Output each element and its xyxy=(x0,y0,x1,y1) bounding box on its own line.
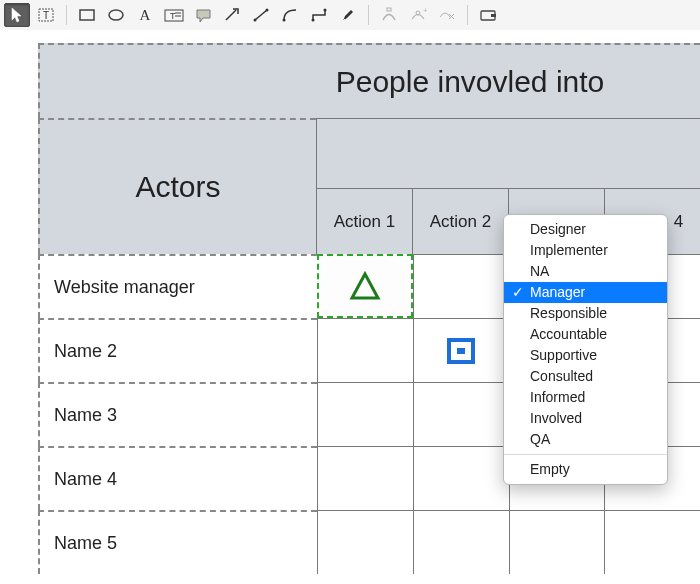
svg-rect-16 xyxy=(387,8,391,11)
comment-tool[interactable] xyxy=(190,3,216,27)
actor-name-cell[interactable]: Name 3 xyxy=(38,382,317,446)
actors-header[interactable]: Actors xyxy=(38,118,316,254)
table-row: Name 5 xyxy=(38,510,700,574)
square-icon xyxy=(444,336,478,366)
actor-name-cell[interactable]: Name 5 xyxy=(38,510,317,574)
arrow-tool[interactable] xyxy=(219,3,245,27)
table-title[interactable]: People invovled into xyxy=(38,43,700,118)
actor-name-cell[interactable]: Name 4 xyxy=(38,446,317,510)
svg-text:T: T xyxy=(43,10,49,21)
svg-text:A: A xyxy=(140,7,151,23)
dropdown-item[interactable]: Informed xyxy=(504,387,667,408)
svg-rect-2 xyxy=(80,10,94,20)
data-cell[interactable] xyxy=(413,446,509,510)
data-cell[interactable] xyxy=(604,510,700,574)
data-cell[interactable] xyxy=(413,318,509,382)
ellipse-tool[interactable] xyxy=(103,3,129,27)
separator xyxy=(66,5,67,25)
data-cell[interactable] xyxy=(413,382,509,446)
svg-rect-22 xyxy=(491,14,496,17)
rectangle-tool[interactable] xyxy=(74,3,100,27)
dropdown-item[interactable]: Involved xyxy=(504,408,667,429)
dropdown-item[interactable]: Consulted xyxy=(504,366,667,387)
svg-line-10 xyxy=(255,10,267,20)
separator xyxy=(368,5,369,25)
data-cell[interactable] xyxy=(509,510,605,574)
curve-tool[interactable] xyxy=(277,3,303,27)
svg-point-11 xyxy=(254,19,257,22)
node-remove-tool xyxy=(434,3,460,27)
role-dropdown[interactable]: Designer Implementer NA Manager Responsi… xyxy=(503,214,668,485)
node-add-tool: + xyxy=(405,3,431,27)
data-cell[interactable] xyxy=(413,254,509,318)
connector-tool[interactable] xyxy=(306,3,332,27)
dropdown-item[interactable]: Implementer xyxy=(504,240,667,261)
actor-name-cell[interactable]: Website manager xyxy=(38,254,317,318)
dropdown-item-empty[interactable]: Empty xyxy=(504,459,667,480)
wallet-tool[interactable] xyxy=(475,3,501,27)
svg-line-9 xyxy=(226,10,236,20)
text-select-tool[interactable]: T xyxy=(33,3,59,27)
text-box-tool[interactable]: T xyxy=(161,3,187,27)
dropdown-item[interactable]: Responsible xyxy=(504,303,667,324)
svg-point-14 xyxy=(312,19,315,22)
svg-point-15 xyxy=(324,9,327,12)
dropdown-item[interactable]: Supportive xyxy=(504,345,667,366)
svg-point-3 xyxy=(109,10,123,20)
toolbar: T A T + xyxy=(0,0,700,30)
dropdown-item[interactable]: QA xyxy=(504,429,667,450)
svg-point-12 xyxy=(266,9,269,12)
action-header-1[interactable]: Action 1 xyxy=(316,188,412,254)
dropdown-item[interactable]: Accountable xyxy=(504,324,667,345)
triangle-icon xyxy=(348,270,382,302)
data-cell[interactable] xyxy=(317,318,413,382)
svg-point-13 xyxy=(283,19,286,22)
data-cell[interactable] xyxy=(317,254,413,318)
dropdown-item[interactable]: NA xyxy=(504,261,667,282)
svg-rect-24 xyxy=(457,348,465,354)
actor-name-cell[interactable]: Name 2 xyxy=(38,318,317,382)
svg-text:+: + xyxy=(423,7,427,15)
line-tool[interactable] xyxy=(248,3,274,27)
bezier-tool xyxy=(376,3,402,27)
dropdown-item[interactable]: Designer xyxy=(504,219,667,240)
separator xyxy=(467,5,468,25)
text-tool[interactable]: A xyxy=(132,3,158,27)
data-cell[interactable] xyxy=(317,382,413,446)
data-cell[interactable] xyxy=(317,446,413,510)
separator xyxy=(504,454,667,455)
actions-group-header[interactable] xyxy=(316,118,700,188)
data-cell[interactable] xyxy=(413,510,509,574)
action-header-2[interactable]: Action 2 xyxy=(412,188,508,254)
dropdown-item-selected[interactable]: Manager xyxy=(504,282,667,303)
data-cell[interactable] xyxy=(317,510,413,574)
pointer-tool[interactable] xyxy=(4,3,30,27)
pen-tool[interactable] xyxy=(335,3,361,27)
